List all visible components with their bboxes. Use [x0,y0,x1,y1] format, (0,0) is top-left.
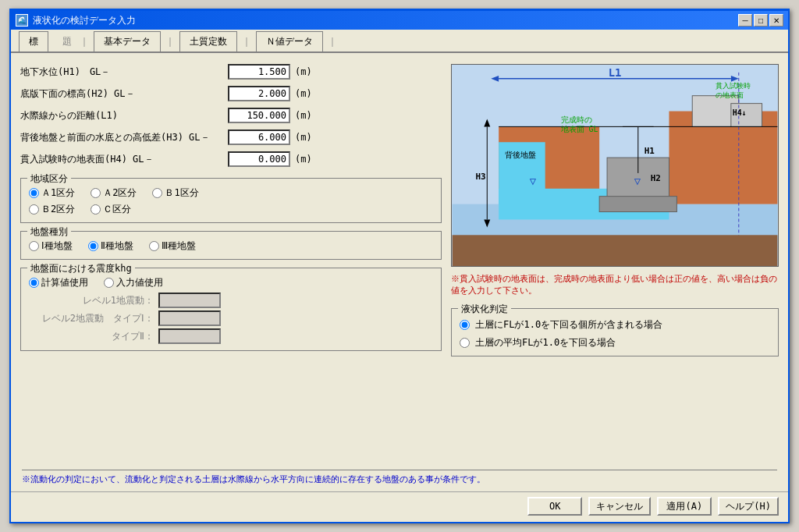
svg-text:▽: ▽ [634,175,641,187]
svg-text:H3: H3 [475,172,485,182]
chiiki-a1-label: Ａ1区分 [41,186,75,200]
chiiki-a1-radio[interactable] [29,188,39,198]
svg-text:L1: L1 [609,66,622,79]
jishin-input-radio[interactable] [104,278,114,288]
jiban-2-radio[interactable] [88,241,98,251]
ekijoka-opt2-label: 土層の平均FLが1.0を下回る場合 [475,336,616,349]
svg-rect-33 [453,235,778,266]
jishin-t2-row: タイプⅡ： [29,328,433,344]
field-h3-input[interactable] [228,129,290,145]
jishin-l1-label: レベル1地震動： [29,294,154,307]
field-h4-unit: (m) [295,154,318,165]
ekijoka-opt1[interactable]: 土層にFLが1.0を下回る個所が含まれる場合 [460,318,770,332]
field-h2-label: 底版下面の標高(H2) GL－ [20,87,223,101]
jishin-l2-row: レベル2地震動 タイプⅠ： [29,310,433,326]
chiiki-row2: Ｂ2区分 Ｃ区分 [29,203,433,216]
main-window: 🌊 液状化の検討データ入力 ─ □ ✕ 標 題 ｜ 基本データ ｜ 土質定数 ｜… [9,9,790,523]
field-h4-label: 貫入試験時の地表面(H4) GL－ [20,153,223,166]
apply-button[interactable]: 適用(A) [657,497,712,516]
tab-kihon[interactable]: 基本データ [94,31,161,51]
field-h4-input[interactable] [228,151,290,167]
jiban-2-label: Ⅱ種地盤 [101,239,133,253]
chiiki-a2-label: Ａ2区分 [103,186,137,200]
diagram-note: ※貫入試験時の地表面は、完成時の地表面より低い場合は正の値を、高い場合は負の値を… [451,273,779,297]
maximize-button[interactable]: □ [754,14,768,27]
jishin-l1-row: レベル1地震動： [29,293,433,308]
close-button[interactable]: ✕ [769,14,783,27]
tab-nchi[interactable]: Ｎ値データ [256,31,323,51]
tab-sep-bar1: ｜ [76,32,92,51]
field-l1-label: 水際線からの距離(L1) [20,109,223,122]
field-h2-input[interactable] [228,86,290,101]
field-h3-unit: (m) [295,132,318,143]
right-panel: L1 H1 ▽ ▽ H2 [451,64,779,460]
chiiki-b2-radio[interactable] [29,204,39,215]
svg-text:H2: H2 [651,173,661,183]
chiiki-b1-radio[interactable] [152,188,162,198]
field-h2: 底版下面の標高(H2) GL－ (m) [20,86,442,101]
tab-hyodai1[interactable]: 標 [19,31,48,51]
jiban-3[interactable]: Ⅲ種地盤 [149,239,196,253]
footer-note-container: ※流動化の判定において、流動化と判定される土層は水際線から水平方向に連続的に存在… [11,466,788,491]
tab-sep-bar4: ｜ [325,32,340,51]
jiban-1-label: Ⅰ種地盤 [41,239,73,253]
jiban-1-radio[interactable] [29,241,39,251]
chiiki-title: 地域区分 [27,172,71,186]
chiiki-b2[interactable]: Ｂ2区分 [29,203,75,216]
field-h1-label: 地下水位(H1) GL－ [20,66,223,79]
chiiki-c[interactable]: Ｃ区分 [91,203,131,216]
jishin-calc[interactable]: 計算値使用 [29,276,88,289]
svg-text:背後地盤: 背後地盤 [505,151,536,159]
chiiki-b1[interactable]: Ｂ1区分 [152,186,198,200]
chiiki-a2[interactable]: Ａ2区分 [91,186,137,200]
title-bar-left: 🌊 液状化の検討データ入力 [16,14,136,27]
ok-button[interactable]: OK [527,497,582,516]
ekijoka-opt1-radio[interactable] [460,320,470,330]
diagram-area: L1 H1 ▽ ▽ H2 [451,64,779,267]
jiban-2[interactable]: Ⅱ種地盤 [88,239,133,253]
tab-sep-bar2: ｜ [162,32,178,51]
jishin-t2-label: タイプⅡ： [29,330,154,343]
tab-sep1: 題 [50,32,75,51]
jiban-3-radio[interactable] [149,241,159,251]
chiiki-a2-radio[interactable] [91,188,101,198]
title-buttons: ─ □ ✕ [738,14,783,27]
cancel-button[interactable]: キャンセル [588,497,651,516]
jiban-3-label: Ⅲ種地盤 [162,239,196,253]
field-h1-input[interactable] [228,64,290,80]
jishin-calc-radio[interactable] [29,278,39,288]
chiiki-a1[interactable]: Ａ1区分 [29,186,75,200]
bottom-buttons: OK キャンセル 適用(A) ヘルプ(H) [11,491,788,522]
window-title: 液状化の検討データ入力 [33,14,136,27]
chiiki-c-radio[interactable] [91,204,101,215]
svg-text:H1: H1 [645,146,655,156]
jishin-l2-label: レベル2地震動 タイプⅠ： [29,312,154,325]
jishin-input[interactable]: 入力値使用 [104,276,163,289]
tab-sep-bar3: ｜ [239,32,254,51]
main-content: 地下水位(H1) GL－ (m) 底版下面の標高(H2) GL－ (m) 水際線… [11,53,788,466]
tab-dositu[interactable]: 土質定数 [179,31,237,51]
ekijoka-opt2-radio[interactable] [460,338,470,348]
field-h4: 貫入試験時の地表面(H4) GL－ (m) [20,151,442,167]
ekijoka-opt1-label: 土層にFLが1.0を下回る個所が含まれる場合 [475,318,662,332]
jishin-calc-label: 計算値使用 [41,276,88,289]
jishin-row: 計算値使用 入力値使用 [29,276,433,289]
chiiki-b1-label: Ｂ1区分 [165,186,198,200]
jishin-title: 地盤面における震度khg [27,262,135,275]
minimize-button[interactable]: ─ [738,14,752,27]
svg-text:▽: ▽ [530,175,537,187]
svg-text:地表面 GL: 地表面 GL [560,125,598,133]
chiiki-b2-label: Ｂ2区分 [41,203,75,216]
app-icon: 🌊 [16,14,28,27]
jiban-row: Ⅰ種地盤 Ⅱ種地盤 Ⅲ種地盤 [29,239,433,253]
svg-rect-7 [599,197,676,212]
jishin-group: 地盤面における震度khg 計算値使用 入力値使用 レベル1地震動： [20,268,442,351]
left-panel: 地下水位(H1) GL－ (m) 底版下面の標高(H2) GL－ (m) 水際線… [20,64,442,460]
field-l1: 水際線からの距離(L1) (m) [20,108,442,123]
ekijoka-opt2[interactable]: 土層の平均FLが1.0を下回る場合 [460,336,770,349]
field-h1-unit: (m) [295,66,318,77]
svg-text:貫入試験時: 貫入試験時 [716,82,751,90]
field-l1-input[interactable] [228,108,290,123]
jiban-1[interactable]: Ⅰ種地盤 [29,239,73,253]
help-button[interactable]: ヘルプ(H) [718,497,779,516]
